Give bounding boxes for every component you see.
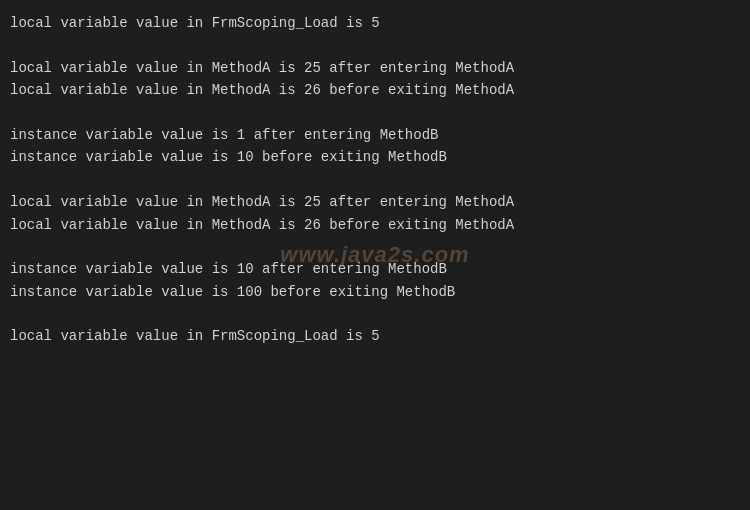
output-line: local variable value in FrmScoping_Load …	[10, 325, 740, 347]
output-line: local variable value in MethodA is 25 af…	[10, 57, 740, 79]
output-container: local variable value in FrmScoping_Load …	[10, 12, 740, 348]
line-spacer	[10, 303, 740, 325]
output-line: local variable value in FrmScoping_Load …	[10, 12, 740, 34]
line-spacer	[10, 236, 740, 258]
line-spacer	[10, 169, 740, 191]
output-line: local variable value in MethodA is 26 be…	[10, 214, 740, 236]
output-line: local variable value in MethodA is 26 be…	[10, 79, 740, 101]
output-line: instance variable value is 10 before exi…	[10, 146, 740, 168]
output-line: instance variable value is 100 before ex…	[10, 281, 740, 303]
output-line: instance variable value is 1 after enter…	[10, 124, 740, 146]
output-line: local variable value in MethodA is 25 af…	[10, 191, 740, 213]
output-line: instance variable value is 10 after ente…	[10, 258, 740, 280]
line-spacer	[10, 102, 740, 124]
line-spacer	[10, 34, 740, 56]
